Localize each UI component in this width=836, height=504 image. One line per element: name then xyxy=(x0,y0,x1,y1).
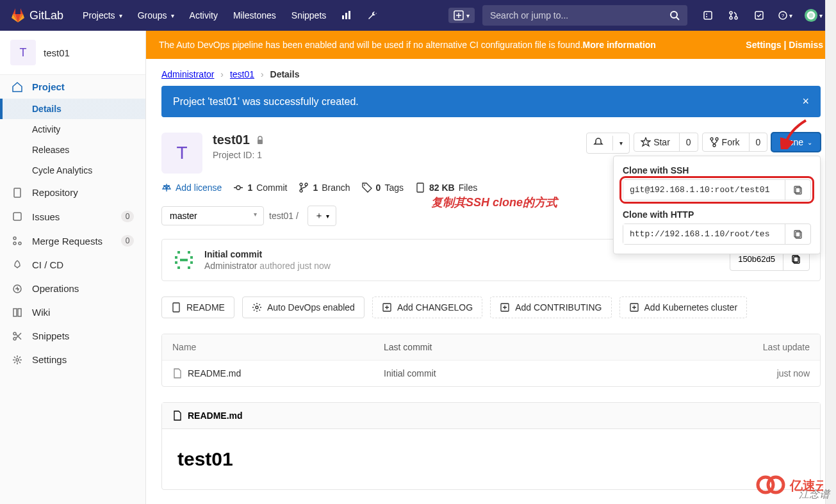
branch-icon xyxy=(299,183,309,193)
add-file-dropdown[interactable]: ＋ ▾ xyxy=(307,206,336,226)
nav-groups[interactable]: Groups xyxy=(130,5,182,26)
add-license-link[interactable]: Add license xyxy=(161,183,222,193)
svg-point-9 xyxy=(730,17,732,19)
nav-issues-icon[interactable] xyxy=(698,5,718,26)
file-table: Name Last commit Last update README.md I… xyxy=(161,334,821,387)
svg-point-38 xyxy=(364,184,365,186)
search-input[interactable] xyxy=(490,10,669,20)
nav-new-button[interactable]: ▾ xyxy=(448,8,475,23)
banner-more-link[interactable]: More information xyxy=(583,40,656,50)
alert-close-button[interactable]: × xyxy=(802,95,809,108)
commit-author[interactable]: Administrator xyxy=(204,261,257,271)
file-icon xyxy=(172,368,183,378)
tags-link[interactable]: 0 Tags xyxy=(362,183,404,193)
nav-activity[interactable]: Activity xyxy=(182,5,225,26)
clone-http-label: Clone with HTTP xyxy=(623,209,811,220)
sidebar-item-wiki[interactable]: Wiki xyxy=(0,300,145,324)
sidebar-item-repository[interactable]: Repository xyxy=(0,181,145,204)
table-head: Name Last commit Last update xyxy=(162,334,820,361)
scrollbar[interactable] xyxy=(825,0,836,504)
svg-rect-0 xyxy=(342,15,344,19)
clone-ssh-label: Clone with SSH xyxy=(623,165,811,175)
nav-projects[interactable]: Projects xyxy=(75,5,130,26)
copy-http-button[interactable] xyxy=(785,224,810,244)
svg-point-24 xyxy=(13,332,16,335)
branch-dropdown[interactable]: master xyxy=(161,206,264,225)
commits-link[interactable]: 1 Commit xyxy=(233,183,287,193)
book-icon xyxy=(12,307,23,318)
qa-changelog[interactable]: Add CHANGELOG xyxy=(372,297,482,318)
lock-icon xyxy=(255,135,265,145)
svg-rect-49 xyxy=(188,266,190,269)
commit-icon xyxy=(233,183,243,193)
notification-button[interactable]: ▾ xyxy=(586,133,630,154)
sidebar-item-operations[interactable]: Operations xyxy=(0,277,145,300)
svg-rect-1 xyxy=(345,13,347,19)
svg-point-19 xyxy=(13,237,16,240)
sidebar-sub-activity[interactable]: Activity xyxy=(0,119,145,140)
sidebar-sub-cycle[interactable]: Cycle Analytics xyxy=(0,160,145,181)
file-name: README.md xyxy=(188,368,241,378)
sidebar-item-snippets[interactable]: Snippets xyxy=(0,324,145,348)
nav-user-avatar[interactable] xyxy=(803,5,823,26)
svg-rect-26 xyxy=(258,140,263,144)
tag-icon xyxy=(362,183,372,193)
crumb-project[interactable]: test01 xyxy=(230,69,254,79)
sidebar-sub-releases[interactable]: Releases xyxy=(0,140,145,160)
nav-snippets[interactable]: Snippets xyxy=(284,5,334,26)
gitlab-brand: GitLab xyxy=(29,9,63,22)
table-row[interactable]: README.md Initial commit just now xyxy=(162,361,820,386)
clone-dropdown: Clone with SSH Clone with HTTP xyxy=(613,156,821,254)
crumb-admin[interactable]: Administrator xyxy=(161,69,214,79)
crumb-current: Details xyxy=(270,69,300,79)
breadcrumb-path[interactable]: test01 / xyxy=(269,211,299,221)
project-title: test01 xyxy=(213,133,265,147)
chevron-down-icon: ⌄ xyxy=(807,139,812,146)
issues-icon xyxy=(12,211,23,222)
nav-milestones[interactable]: Milestones xyxy=(225,5,284,26)
sidebar-sub-details[interactable]: Details xyxy=(0,99,145,119)
sidebar-item-cicd[interactable]: CI / CD xyxy=(0,253,145,277)
files-size[interactable]: 82 KB Files xyxy=(415,183,477,193)
svg-rect-18 xyxy=(13,213,21,220)
doc-icon xyxy=(171,302,181,313)
clone-button[interactable]: Clone ⌄ xyxy=(771,133,821,152)
fork-icon xyxy=(709,137,719,147)
nav-mr-icon[interactable] xyxy=(723,5,744,26)
copy-icon xyxy=(791,254,801,264)
qa-readme[interactable]: README xyxy=(161,297,234,318)
svg-point-4 xyxy=(671,12,677,18)
svg-point-20 xyxy=(13,242,16,245)
svg-rect-46 xyxy=(175,261,177,264)
svg-rect-2 xyxy=(348,11,350,19)
qa-contributing[interactable]: Add CONTRIBUTING xyxy=(490,297,611,318)
banner-dismiss-link[interactable]: Dismiss xyxy=(789,40,823,50)
branches-link[interactable]: 1 Branch xyxy=(299,183,350,193)
gitlab-logo[interactable]: GitLab xyxy=(10,8,63,23)
sidebar-project-header[interactable]: T test01 xyxy=(0,31,145,75)
sidebar-item-issues[interactable]: Issues0 xyxy=(0,204,145,229)
star-icon xyxy=(641,137,651,147)
qa-devops[interactable]: Auto DevOps enabled xyxy=(242,297,365,318)
clone-ssh-input[interactable] xyxy=(623,180,785,200)
clone-http-input[interactable] xyxy=(623,224,785,244)
banner-settings-link[interactable]: Settings xyxy=(746,40,781,50)
nav-graph-icon[interactable] xyxy=(336,5,357,26)
star-button[interactable]: Star 0 xyxy=(634,133,698,152)
copy-ssh-button[interactable] xyxy=(785,180,810,200)
plus-box-icon xyxy=(382,302,392,313)
nav-help-icon[interactable]: ? xyxy=(775,5,795,26)
sidebar-item-project[interactable]: Project xyxy=(0,75,145,99)
nav-search[interactable] xyxy=(482,5,687,26)
sidebar-item-mr[interactable]: Merge Requests0 xyxy=(0,229,145,253)
qa-kubernetes[interactable]: Add Kubernetes cluster xyxy=(619,297,748,318)
project-avatar: T xyxy=(161,133,202,174)
sidebar-item-settings[interactable]: Settings xyxy=(0,348,145,371)
nav-wrench-icon[interactable] xyxy=(362,5,382,26)
fork-button[interactable]: Fork 0 xyxy=(702,133,768,152)
nav-todos-icon[interactable] xyxy=(749,5,769,26)
readme-header: README.md xyxy=(162,403,820,429)
copy-icon xyxy=(793,185,803,195)
commit-title[interactable]: Initial commit xyxy=(204,249,331,259)
project-avatar-small: T xyxy=(10,40,36,65)
